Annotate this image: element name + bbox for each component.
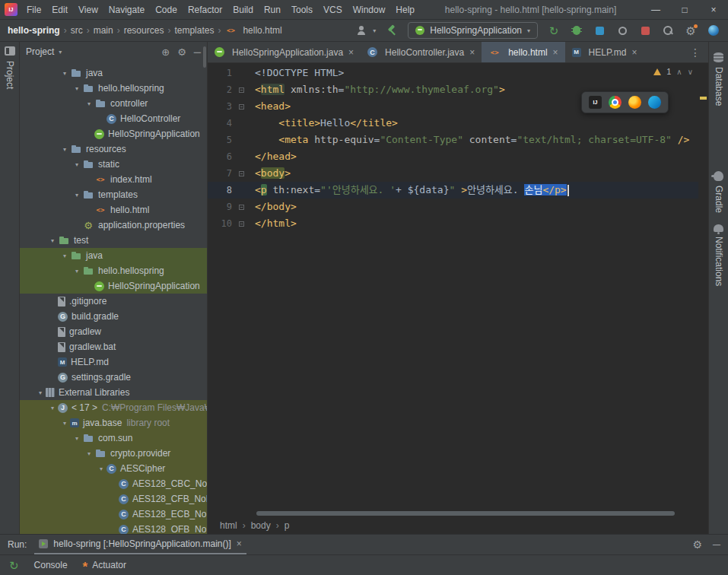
tree-item-test[interactable]: ▾test bbox=[20, 233, 207, 248]
run-tab[interactable]: hello-spring [:HelloSpringApplication.ma… bbox=[34, 535, 246, 554]
code-line-6[interactable]: 6</head> bbox=[208, 148, 708, 165]
tree-item-hellocontroller[interactable]: CHelloController bbox=[20, 111, 207, 126]
close-tab-icon[interactable]: × bbox=[469, 47, 475, 58]
tree-item-index-html[interactable]: <>index.html bbox=[20, 172, 207, 187]
stop-button[interactable] bbox=[638, 24, 652, 37]
gear-icon[interactable]: ⚙ bbox=[693, 538, 703, 551]
run-configuration-select[interactable]: HelloSpringApplication ▾ bbox=[408, 22, 538, 39]
tree-item-controller[interactable]: ▾controller bbox=[20, 96, 207, 111]
breadcrumb-src[interactable]: src bbox=[71, 25, 83, 36]
tree-item-17[interactable]: ▾J< 17 >C:₩Program Files₩Java₩jdk bbox=[20, 400, 207, 415]
rerun-button[interactable]: ↻ bbox=[547, 24, 561, 37]
chevron-down-icon[interactable]: ▾ bbox=[72, 268, 82, 275]
tree-item-templates[interactable]: ▾templates bbox=[20, 187, 207, 202]
menu-run[interactable]: Run bbox=[259, 0, 286, 20]
tree-item-external-libraries[interactable]: ▾External Libraries bbox=[20, 385, 207, 400]
menu-refactor[interactable]: Refactor bbox=[183, 0, 227, 20]
tree-item-java[interactable]: ▾java bbox=[20, 248, 207, 263]
vcs-user-icon[interactable] bbox=[354, 24, 368, 37]
maximize-button[interactable]: □ bbox=[670, 0, 699, 20]
breadcrumb-templates[interactable]: templates bbox=[174, 25, 214, 36]
code-editor[interactable]: 1<!DOCTYPE HTML>2<html xmlns:th="http://… bbox=[208, 63, 708, 510]
chevron-down-icon[interactable]: ▾ bbox=[59, 146, 70, 153]
search-everywhere-button[interactable] bbox=[661, 24, 675, 37]
tree-item-hello-html[interactable]: <>hello.html bbox=[20, 202, 207, 218]
chevron-down-icon[interactable]: ▾ bbox=[72, 85, 82, 92]
tree-item-aes128-ofb-nopadding[interactable]: CAES128_OFB_NoPadding bbox=[20, 522, 207, 534]
fold-gutter[interactable] bbox=[235, 98, 247, 115]
locate-file-icon[interactable]: ⊕ bbox=[161, 46, 170, 58]
tree-scrollbar[interactable] bbox=[203, 46, 206, 68]
project-stripe-button[interactable]: Project bbox=[5, 61, 15, 89]
tree-item-com-sun[interactable]: ▾com.sun bbox=[20, 430, 207, 446]
firefox-browser-icon[interactable] bbox=[628, 96, 641, 109]
chevron-down-icon[interactable]: ▾ bbox=[72, 435, 82, 442]
tree-item-static[interactable]: ▾static bbox=[20, 157, 207, 172]
chevron-down-icon[interactable]: ▾ bbox=[96, 465, 106, 472]
build-hammer-icon[interactable] bbox=[385, 24, 399, 37]
tab-hellocontroller-java[interactable]: CHelloController.java× bbox=[361, 42, 482, 62]
tool-button-notifications[interactable]: Notifications bbox=[714, 224, 724, 286]
tool-button-gradle[interactable]: Gradle bbox=[714, 171, 724, 213]
tree-item-aes128-cbc-nopadding[interactable]: CAES128_CBC_NoPadding bbox=[20, 476, 207, 491]
editor-breadcrumb-p[interactable]: p bbox=[285, 520, 290, 531]
menu-window[interactable]: Window bbox=[348, 0, 391, 20]
settings-button[interactable]: ⚙ bbox=[684, 24, 698, 37]
edge-browser-icon[interactable] bbox=[648, 96, 661, 109]
menu-navigate[interactable]: Navigate bbox=[103, 0, 150, 20]
tree-item-crypto-provider[interactable]: ▾crypto.provider bbox=[20, 446, 207, 461]
code-line-10[interactable]: 10</html> bbox=[208, 215, 708, 232]
breadcrumb-hello-html[interactable]: <>hello.html bbox=[224, 24, 281, 37]
builtin-browser-icon[interactable]: IJ bbox=[589, 96, 602, 109]
tree-item-hello-hellospring[interactable]: ▾hello.hellospring bbox=[20, 263, 207, 278]
tool-button-database[interactable]: Database bbox=[714, 52, 724, 106]
gear-icon[interactable]: ⚙ bbox=[177, 46, 186, 58]
more-tabs-icon[interactable]: ⋮ bbox=[682, 42, 708, 62]
menu-edit[interactable]: Edit bbox=[46, 0, 73, 20]
tree-item-build-gradle[interactable]: Gbuild.gradle bbox=[20, 309, 207, 324]
fold-gutter[interactable] bbox=[235, 165, 247, 182]
minimize-button[interactable]: — bbox=[641, 0, 670, 20]
tree-item-java-base[interactable]: ▾mjava.baselibrary root bbox=[20, 415, 207, 430]
chevron-down-icon[interactable]: ▾ bbox=[59, 253, 70, 259]
debug-button[interactable] bbox=[570, 24, 583, 37]
breadcrumb-main[interactable]: main bbox=[94, 25, 113, 36]
tab-hello-html[interactable]: <>hello.html× bbox=[482, 42, 564, 62]
tree-item-aes128-ecb-nopadding[interactable]: CAES128_ECB_NoPadding bbox=[20, 507, 207, 522]
profiler-button[interactable] bbox=[615, 24, 629, 37]
code-line-8[interactable]: 8<p th:next="'안녕하세요. '+ ${data}" >안녕하세요.… bbox=[208, 182, 708, 199]
tab-hellospringapplication-java[interactable]: HelloSpringApplication.java× bbox=[208, 42, 361, 62]
tree-item-resources[interactable]: ▾resources bbox=[20, 141, 207, 157]
tree-item-gitignore[interactable]: .gitignore bbox=[20, 294, 207, 309]
chrome-browser-icon[interactable] bbox=[609, 96, 622, 109]
error-stripe[interactable] bbox=[698, 63, 708, 510]
tree-item-settings-gradle[interactable]: Gsettings.gradle bbox=[20, 370, 207, 385]
hide-panel-icon[interactable]: ─ bbox=[713, 538, 720, 551]
breadcrumb-resources[interactable]: resources bbox=[124, 25, 164, 36]
bottom-tab-actuator[interactable]: *Actuator bbox=[83, 560, 126, 570]
rerun-application-icon[interactable]: ↻ bbox=[9, 560, 19, 571]
menu-vcs[interactable]: VCS bbox=[318, 0, 348, 20]
tree-item-gradlew[interactable]: gradlew bbox=[20, 324, 207, 339]
chevron-down-icon[interactable]: ▾ bbox=[59, 420, 70, 427]
menu-build[interactable]: Build bbox=[227, 0, 259, 20]
code-line-5[interactable]: 5 <meta http-equiv="Content-Type" conten… bbox=[208, 132, 708, 148]
code-line-1[interactable]: 1<!DOCTYPE HTML> bbox=[208, 65, 708, 81]
editor-breadcrumb-body[interactable]: body bbox=[251, 520, 271, 531]
chevron-down-icon[interactable]: ▾ bbox=[35, 389, 46, 396]
close-button[interactable]: × bbox=[699, 0, 728, 20]
close-tab-icon[interactable]: × bbox=[553, 47, 558, 58]
horizontal-scrollbar[interactable] bbox=[208, 510, 708, 517]
chevron-down-icon[interactable]: ▾ bbox=[72, 161, 82, 168]
ide-updates-button[interactable] bbox=[707, 24, 720, 37]
menu-tools[interactable]: Tools bbox=[286, 0, 318, 20]
tree-item-gradlew-bat[interactable]: gradlew.bat bbox=[20, 339, 207, 354]
fold-gutter[interactable] bbox=[235, 81, 247, 98]
menu-code[interactable]: Code bbox=[150, 0, 183, 20]
code-line-4[interactable]: 4 <title>Hello</title> bbox=[208, 115, 708, 132]
tree-item-aescipher[interactable]: ▾CAESCipher bbox=[20, 461, 207, 476]
tab-help-md[interactable]: MHELP.md× bbox=[565, 42, 644, 62]
warning-stripe-mark[interactable] bbox=[700, 97, 707, 100]
chevron-down-icon[interactable]: ▾ bbox=[47, 237, 58, 244]
chevron-down-icon[interactable]: ▾ bbox=[59, 70, 70, 77]
